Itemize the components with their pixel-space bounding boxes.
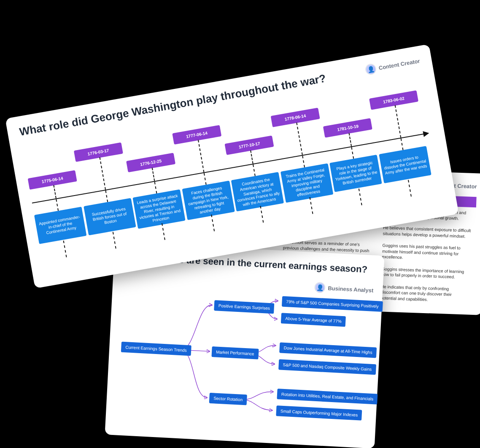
tree-diagram: Current Earnings Season TrendsPositive E…	[118, 288, 370, 431]
cell-perspective: Goggins uses his past struggles as fuel …	[378, 239, 475, 266]
timeline-date: 1776-12-25	[126, 153, 175, 172]
author-name: Business Analyst	[328, 285, 374, 294]
connector	[112, 232, 116, 249]
cell-perspective: Goggins stresses the importance of learn…	[377, 263, 474, 284]
connector	[408, 180, 412, 197]
timeline-date: 1781-10-19	[323, 118, 372, 137]
timeline-desc: Trains the Continental Army at Valley Fo…	[280, 163, 333, 203]
connector	[359, 188, 362, 205]
connector	[152, 168, 155, 181]
connector	[63, 241, 67, 258]
connector	[56, 199, 59, 211]
tree-node: Small Caps Outperforming Major Indexes	[276, 405, 362, 421]
timeline-date: 1777-06-14	[172, 125, 221, 145]
tree-node: Current Earnings Season Trends	[121, 342, 191, 356]
connector	[211, 215, 215, 231]
cell-perspective: He indicates that only by confronting di…	[376, 281, 474, 307]
timeline-desc: Leads a surprise attack across the Delaw…	[132, 189, 185, 229]
connector	[260, 206, 264, 223]
connector	[401, 138, 404, 150]
connector	[162, 223, 165, 240]
tree-node: Positive Earnings Surprises	[214, 300, 274, 314]
connector	[250, 150, 253, 164]
tree-node: 79% of S&P 500 Companies Surprising Posi…	[282, 296, 383, 312]
connector	[105, 190, 108, 202]
tree-node: Market Performance	[211, 346, 259, 359]
connector	[351, 147, 354, 159]
earnings-tree-card: What trends are seen in the current earn…	[105, 242, 384, 448]
timeline-desc: Issues orders to dissolve the Continenta…	[379, 146, 431, 183]
author-badge: Content Creator	[364, 55, 421, 75]
connector	[296, 123, 303, 155]
timeline-desc: Appointed commander-in-chief of the Cont…	[34, 207, 86, 244]
timeline-desc: Faces challenges during the British camp…	[182, 181, 235, 220]
connector	[349, 133, 352, 146]
timeline-desc: Successfully drives British forces out o…	[84, 198, 136, 236]
timeline-date: 1777-10-17	[225, 135, 274, 155]
avatar-icon	[314, 282, 326, 293]
tree-node: Dow Jones Industrial Average at All-Time…	[279, 342, 377, 358]
avatar-icon	[364, 63, 377, 75]
timeline-date: 1775-06-14	[28, 170, 77, 190]
tree-node: Rotation into Utilities, Real Estate, an…	[277, 389, 378, 404]
author-badge: Business Analyst	[314, 282, 374, 295]
timeline-date: 1776-03-17	[73, 142, 123, 162]
connector	[395, 105, 402, 137]
connector	[302, 156, 305, 167]
connector	[154, 182, 157, 193]
connector	[53, 185, 57, 199]
timeline-date: 1783-06-02	[369, 90, 418, 110]
timeline-date: 1778-06-14	[271, 108, 320, 127]
tree-node: Above 5-Year Average of 77%	[281, 313, 346, 327]
timeline-desc: Plays a key strategic role in the siege …	[330, 155, 382, 192]
connector	[99, 157, 106, 190]
connector	[204, 173, 207, 185]
author-name: Content Creator	[378, 57, 420, 71]
timeline-desc: Coordinates the American victory at Sara…	[231, 172, 284, 212]
connector	[309, 197, 313, 214]
connector	[198, 140, 205, 172]
connector	[253, 164, 256, 176]
tree-node: Sector Rotation	[209, 393, 247, 405]
tree-node: S&P 500 and Nasdaq Composite Weekly Gain…	[278, 359, 376, 375]
